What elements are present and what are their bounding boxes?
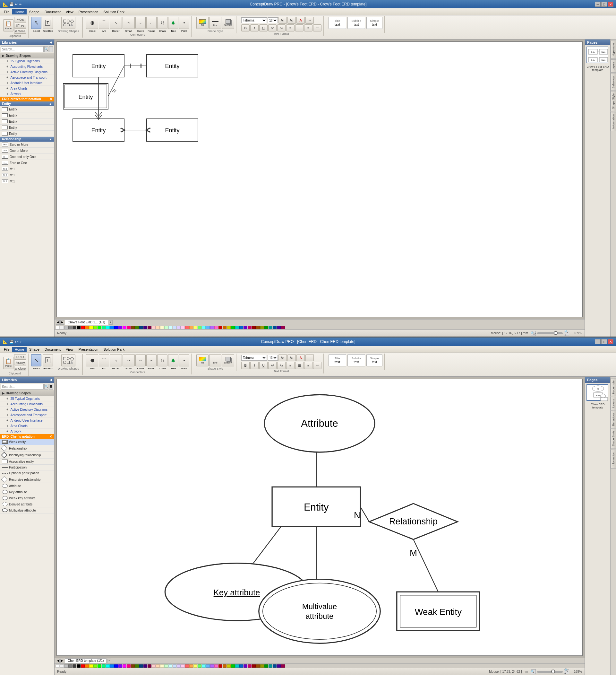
color-swatch[interactable] bbox=[60, 326, 64, 329]
erd-entity-1[interactable]: Entity bbox=[0, 106, 54, 112]
color-swatch[interactable] bbox=[256, 664, 260, 668]
color-swatch[interactable] bbox=[235, 664, 239, 668]
select-btn-1[interactable]: ↖ bbox=[31, 17, 41, 29]
color-swatch[interactable] bbox=[164, 326, 168, 329]
color-swatch[interactable] bbox=[97, 326, 101, 329]
minimize-btn-1[interactable]: ─ bbox=[595, 2, 601, 7]
point-btn-2[interactable]: • bbox=[179, 354, 189, 366]
menu-document-1[interactable]: Document bbox=[42, 9, 63, 14]
right-tab-behaviour-1[interactable]: Behaviour bbox=[611, 73, 616, 91]
chen-attribute[interactable]: Attribute bbox=[0, 483, 54, 489]
color-swatch[interactable] bbox=[144, 326, 147, 329]
font-size-select-2[interactable]: 10 bbox=[268, 355, 278, 361]
lib-item-artwork-1[interactable]: Artwork bbox=[0, 91, 54, 97]
chen-key-attribute[interactable]: Key attribute bbox=[0, 489, 54, 495]
restore-btn-2[interactable]: □ bbox=[601, 339, 607, 344]
superscript-btn-2[interactable]: A² bbox=[268, 362, 277, 369]
line-btn-1[interactable]: Line bbox=[209, 17, 222, 29]
lib-item-area-1[interactable]: Area Charts bbox=[0, 86, 54, 91]
color-swatch[interactable] bbox=[148, 664, 152, 668]
color-swatch[interactable] bbox=[210, 326, 214, 329]
fill-btn-2[interactable]: Fill bbox=[196, 354, 208, 366]
superscript-btn-1[interactable]: A² bbox=[268, 24, 277, 31]
color-swatch[interactable] bbox=[114, 326, 118, 329]
lib-item-accounting-1[interactable]: Accounting Flowcharts bbox=[0, 64, 54, 69]
list-view-btn-1[interactable]: ☰ bbox=[49, 46, 53, 52]
color-swatch[interactable] bbox=[93, 326, 97, 329]
right-tab-shapestyle-1[interactable]: Shape Style bbox=[611, 91, 616, 111]
bezier-btn-1[interactable]: ∿ bbox=[110, 17, 122, 29]
color-swatch[interactable] bbox=[160, 326, 164, 329]
simple-text-btn-1[interactable]: Simple text bbox=[366, 17, 382, 29]
color-swatch[interactable] bbox=[89, 664, 93, 668]
page-thumb-1[interactable]: Entity Entity Entity Entity bbox=[587, 47, 608, 63]
drawing-shapes-header-1[interactable]: ▶ Drawing Shapes bbox=[0, 53, 54, 59]
color-swatch[interactable] bbox=[60, 664, 64, 668]
menu-shape-2[interactable]: Shape bbox=[27, 347, 42, 352]
color-swatch[interactable] bbox=[185, 326, 189, 329]
menu-view-1[interactable]: View bbox=[63, 9, 76, 14]
menu-document-2[interactable]: Document bbox=[42, 347, 63, 352]
menu-file-2[interactable]: File bbox=[1, 347, 12, 352]
color-swatch[interactable] bbox=[64, 326, 68, 329]
color-swatch[interactable] bbox=[269, 326, 272, 329]
underline-btn-2[interactable]: U bbox=[259, 362, 268, 369]
color-swatch[interactable] bbox=[139, 326, 143, 329]
shadow-btn-1[interactable]: Shadow bbox=[222, 17, 234, 29]
chen-opt-participation[interactable]: Optional participation bbox=[0, 470, 54, 476]
right-tab-behaviour-2[interactable]: Behaviour bbox=[611, 411, 616, 428]
entity-category-1[interactable]: Entity ▲ bbox=[0, 101, 54, 106]
library-search-2[interactable] bbox=[1, 384, 43, 389]
color-swatch[interactable] bbox=[102, 664, 105, 668]
color-swatch[interactable] bbox=[181, 326, 185, 329]
round-btn-1[interactable]: ⌐ bbox=[146, 17, 157, 29]
search-btn-2[interactable]: 🔍 bbox=[44, 384, 49, 389]
color-swatch[interactable] bbox=[110, 326, 114, 329]
color-swatch[interactable] bbox=[252, 664, 256, 668]
erd-rel-3[interactable]: ||— One and only One bbox=[0, 154, 54, 160]
color-swatch[interactable] bbox=[206, 326, 210, 329]
color-swatch[interactable] bbox=[168, 664, 172, 668]
color-swatch[interactable] bbox=[260, 326, 264, 329]
color-swatch[interactable] bbox=[64, 664, 68, 668]
zoom-slider-1[interactable] bbox=[537, 332, 563, 334]
bold-btn-1[interactable]: B bbox=[241, 24, 250, 31]
lib-item-android-2[interactable]: Android User Interface bbox=[0, 418, 54, 423]
align-right-1[interactable]: ≡ bbox=[304, 24, 313, 31]
diagram-canvas-1[interactable]: Entity Entity Entity Entity bbox=[57, 42, 583, 317]
lib-item-activedir-1[interactable]: Active Directory Diagrams bbox=[0, 69, 54, 75]
zoom-slider-2[interactable] bbox=[537, 671, 563, 673]
smart-btn-1[interactable]: ⤳ bbox=[122, 17, 135, 29]
erd-rel-1[interactable]: ⊳— Zero or More bbox=[0, 142, 54, 148]
color-swatch[interactable] bbox=[97, 664, 101, 668]
color-swatch[interactable] bbox=[231, 664, 235, 668]
chain-btn-2[interactable]: ⛓ bbox=[157, 354, 168, 366]
drawing-shapes-btn-1[interactable] bbox=[61, 17, 75, 29]
erd-rel-5[interactable]: M:1 M:1 bbox=[0, 166, 54, 172]
align-left-2[interactable]: ≡ bbox=[286, 362, 294, 369]
tab-item-1[interactable]: Crow's Foot ERD 1... (1/1) bbox=[65, 320, 108, 325]
color-swatch[interactable] bbox=[244, 664, 247, 668]
color-swatch[interactable] bbox=[68, 664, 72, 668]
color-swatch[interactable] bbox=[114, 664, 118, 668]
right-tab-information-2[interactable]: Information bbox=[611, 450, 616, 468]
italic-btn-2[interactable]: I bbox=[250, 362, 259, 369]
font-more-2[interactable]: ··· bbox=[305, 354, 314, 361]
align-center-1[interactable]: ☰ bbox=[295, 24, 303, 31]
smart-btn-2[interactable]: ⤳ bbox=[122, 354, 135, 366]
tab-next-1[interactable]: ▶ bbox=[60, 320, 64, 325]
color-swatch[interactable] bbox=[144, 664, 147, 668]
color-swatch[interactable] bbox=[248, 326, 252, 329]
color-swatch[interactable] bbox=[189, 664, 193, 668]
color-swatch[interactable] bbox=[181, 664, 185, 668]
align-right-2[interactable]: ≡ bbox=[304, 362, 313, 369]
color-swatch[interactable] bbox=[218, 326, 222, 329]
align-left-1[interactable]: ≡ bbox=[286, 24, 294, 31]
font-select-1[interactable]: Tahoma bbox=[241, 17, 267, 23]
color-swatch[interactable] bbox=[231, 326, 235, 329]
color-swatch[interactable] bbox=[214, 326, 218, 329]
align-center-2[interactable]: ☰ bbox=[295, 362, 303, 369]
library-search-1[interactable] bbox=[1, 46, 43, 52]
textbox-btn-1[interactable]: T bbox=[43, 17, 53, 29]
color-swatch[interactable] bbox=[189, 326, 193, 329]
